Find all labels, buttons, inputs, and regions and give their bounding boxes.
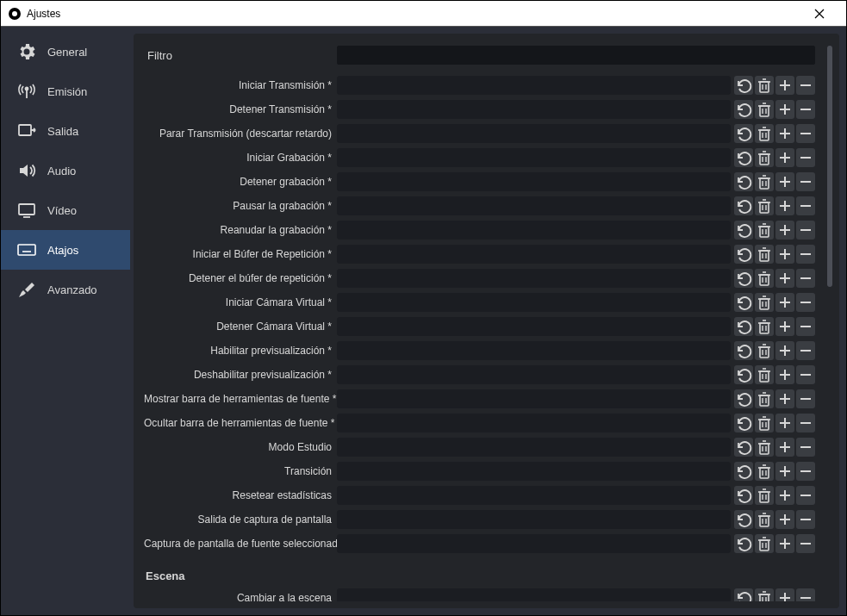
remove-button[interactable]: [796, 269, 815, 288]
undo-button[interactable]: [734, 76, 753, 95]
clear-button[interactable]: [755, 148, 774, 167]
undo-button[interactable]: [734, 172, 753, 191]
hotkey-field[interactable]: [337, 534, 731, 553]
undo-button[interactable]: [734, 245, 753, 264]
add-button[interactable]: [775, 196, 794, 215]
clear-button[interactable]: [755, 124, 774, 143]
hotkey-field[interactable]: [337, 124, 731, 143]
sidebar-item-salida[interactable]: Salida: [1, 111, 130, 151]
hotkey-field[interactable]: [337, 221, 731, 240]
hotkey-field[interactable]: [337, 486, 731, 505]
hotkey-field[interactable]: [337, 269, 731, 288]
undo-button[interactable]: [734, 389, 753, 408]
hotkey-field[interactable]: [337, 365, 731, 384]
clear-button[interactable]: [755, 486, 774, 505]
undo-button[interactable]: [734, 365, 753, 384]
clear-button[interactable]: [755, 269, 774, 288]
remove-button[interactable]: [796, 221, 815, 240]
add-button[interactable]: [775, 245, 794, 264]
hotkey-field[interactable]: [337, 172, 731, 191]
sidebar-item-general[interactable]: General: [1, 32, 130, 72]
hotkey-field[interactable]: [337, 462, 731, 481]
add-button[interactable]: [775, 172, 794, 191]
remove-button[interactable]: [796, 365, 815, 384]
remove-button[interactable]: [796, 76, 815, 95]
clear-button[interactable]: [755, 510, 774, 529]
hotkey-field[interactable]: [337, 293, 731, 312]
clear-button[interactable]: [755, 196, 774, 215]
clear-button[interactable]: [755, 76, 774, 95]
clear-button[interactable]: [755, 389, 774, 408]
remove-button[interactable]: [796, 510, 815, 529]
remove-button[interactable]: [796, 196, 815, 215]
remove-button[interactable]: [796, 486, 815, 505]
undo-button[interactable]: [734, 148, 753, 167]
add-button[interactable]: [775, 534, 794, 553]
clear-button[interactable]: [755, 293, 774, 312]
clear-button[interactable]: [755, 588, 774, 601]
clear-button[interactable]: [755, 462, 774, 481]
add-button[interactable]: [775, 341, 794, 360]
filter-input[interactable]: [337, 46, 815, 65]
hotkey-field[interactable]: [337, 389, 731, 408]
remove-button[interactable]: [796, 588, 815, 601]
undo-button[interactable]: [734, 317, 753, 336]
add-button[interactable]: [775, 269, 794, 288]
hotkey-field[interactable]: [337, 341, 731, 360]
sidebar-item-atajos[interactable]: Atajos: [1, 230, 130, 270]
sidebar-item-audio[interactable]: Audio: [1, 151, 130, 190]
add-button[interactable]: [775, 462, 794, 481]
undo-button[interactable]: [734, 414, 753, 432]
undo-button[interactable]: [734, 534, 753, 553]
hotkey-field[interactable]: [337, 196, 731, 215]
hotkey-field[interactable]: [337, 317, 731, 336]
remove-button[interactable]: [796, 389, 815, 408]
remove-button[interactable]: [796, 317, 815, 336]
remove-button[interactable]: [796, 414, 815, 432]
add-button[interactable]: [775, 510, 794, 529]
remove-button[interactable]: [796, 438, 815, 457]
undo-button[interactable]: [734, 124, 753, 143]
clear-button[interactable]: [755, 365, 774, 384]
add-button[interactable]: [775, 486, 794, 505]
clear-button[interactable]: [755, 438, 774, 457]
undo-button[interactable]: [734, 221, 753, 240]
remove-button[interactable]: [796, 172, 815, 191]
hotkey-field[interactable]: [337, 76, 731, 95]
add-button[interactable]: [775, 389, 794, 408]
add-button[interactable]: [775, 588, 794, 601]
scrollbar-thumb[interactable]: [827, 46, 832, 287]
clear-button[interactable]: [755, 172, 774, 191]
undo-button[interactable]: [734, 486, 753, 505]
remove-button[interactable]: [796, 293, 815, 312]
clear-button[interactable]: [755, 245, 774, 264]
undo-button[interactable]: [734, 100, 753, 119]
add-button[interactable]: [775, 124, 794, 143]
add-button[interactable]: [775, 438, 794, 457]
undo-button[interactable]: [734, 341, 753, 360]
clear-button[interactable]: [755, 341, 774, 360]
undo-button[interactable]: [734, 293, 753, 312]
remove-button[interactable]: [796, 100, 815, 119]
add-button[interactable]: [775, 221, 794, 240]
add-button[interactable]: [775, 76, 794, 95]
add-button[interactable]: [775, 293, 794, 312]
remove-button[interactable]: [796, 341, 815, 360]
add-button[interactable]: [775, 317, 794, 336]
hotkey-field[interactable]: [337, 588, 731, 601]
sidebar-item-video[interactable]: Vídeo: [1, 190, 130, 230]
undo-button[interactable]: [734, 196, 753, 215]
add-button[interactable]: [775, 365, 794, 384]
sidebar-item-emision[interactable]: Emisión: [1, 72, 130, 111]
undo-button[interactable]: [734, 462, 753, 481]
scrollbar[interactable]: [824, 40, 836, 601]
add-button[interactable]: [775, 414, 794, 432]
remove-button[interactable]: [796, 534, 815, 553]
clear-button[interactable]: [755, 414, 774, 432]
remove-button[interactable]: [796, 462, 815, 481]
add-button[interactable]: [775, 100, 794, 119]
hotkey-field[interactable]: [337, 510, 731, 529]
undo-button[interactable]: [734, 269, 753, 288]
clear-button[interactable]: [755, 534, 774, 553]
remove-button[interactable]: [796, 124, 815, 143]
